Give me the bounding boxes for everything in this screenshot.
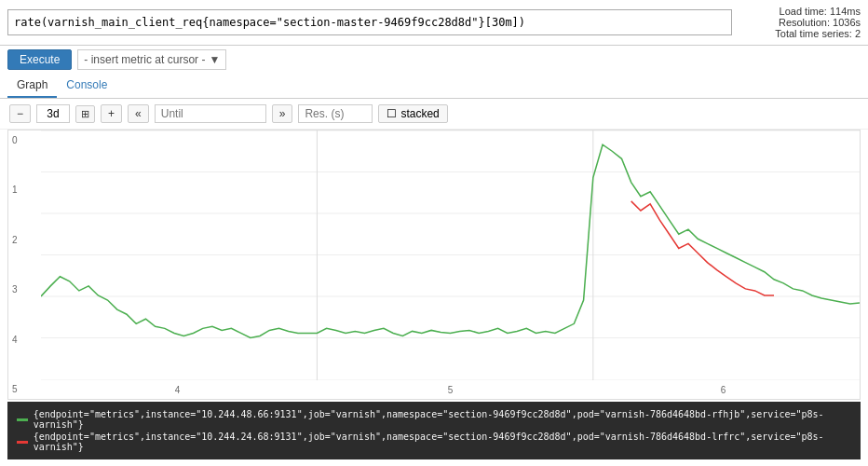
x-axis: 4 5 6 (41, 380, 860, 399)
until-input[interactable] (155, 104, 266, 123)
x-label-6: 6 (721, 385, 726, 395)
insert-metric-dropdown[interactable]: - insert metric at cursor - ▼ (77, 49, 226, 70)
chart-canvas (41, 130, 860, 380)
controls-bar: − ⊞ + « » ☐ stacked (0, 99, 868, 130)
x-label-4: 4 (175, 385, 181, 395)
load-time: Load time: 114ms (739, 6, 861, 17)
tabs: Graph Console (0, 74, 868, 99)
tab-graph[interactable]: Graph (7, 74, 57, 98)
y-label-2: 2 (12, 235, 37, 245)
execute-button[interactable]: Execute (7, 49, 72, 70)
y-label-5: 5 (12, 384, 37, 394)
prev-button[interactable]: « (128, 104, 149, 123)
x-label-5: 5 (448, 385, 454, 395)
stacked-button[interactable]: ☐ stacked (378, 104, 447, 123)
chart-svg (41, 130, 860, 380)
meta-info: Load time: 114ms Resolution: 1036s Total… (739, 6, 861, 39)
query-input[interactable] (7, 9, 732, 35)
resolution-input[interactable] (298, 104, 373, 123)
y-label-1: 1 (12, 185, 37, 195)
series-green (41, 144, 860, 337)
resolution: Resolution: 1036s (739, 17, 861, 28)
insert-metric-label: - insert metric at cursor - (84, 53, 205, 66)
y-label-4: 4 (12, 335, 37, 345)
total-time-series: Total time series: 2 (739, 28, 861, 39)
stacked-label: stacked (400, 107, 439, 120)
toolbar: Execute - insert metric at cursor - ▼ (0, 46, 868, 74)
zoom-out-button[interactable]: − (9, 104, 31, 123)
next-button[interactable]: » (272, 104, 293, 123)
legend-label-0: {endpoint="metrics",instance="10.244.48.… (34, 409, 851, 430)
legend-area: {endpoint="metrics",instance="10.244.48.… (7, 402, 861, 459)
chevron-down-icon: ▼ (209, 53, 220, 66)
legend-item-1: {endpoint="metrics",instance="10.244.24.… (17, 432, 851, 452)
graph-area: 5 4 3 2 1 0 4 5 6 (7, 130, 861, 400)
legend-color-red (17, 441, 28, 444)
stacked-checkbox-icon: ☐ (387, 107, 397, 120)
y-axis: 5 4 3 2 1 0 (8, 130, 41, 399)
legend-color-green (17, 418, 28, 421)
y-label-3: 3 (12, 284, 37, 295)
legend-label-1: {endpoint="metrics",instance="10.244.24.… (34, 432, 851, 452)
legend-item-0: {endpoint="metrics",instance="10.244.48.… (17, 409, 851, 430)
y-label-0: 0 (12, 135, 37, 145)
duration-input[interactable] (36, 104, 70, 123)
tab-console[interactable]: Console (57, 74, 116, 98)
top-bar: Load time: 114ms Resolution: 1036s Total… (0, 0, 868, 46)
grid-button[interactable]: ⊞ (75, 105, 95, 123)
series-red (631, 201, 774, 295)
zoom-in-button[interactable]: + (101, 104, 122, 123)
